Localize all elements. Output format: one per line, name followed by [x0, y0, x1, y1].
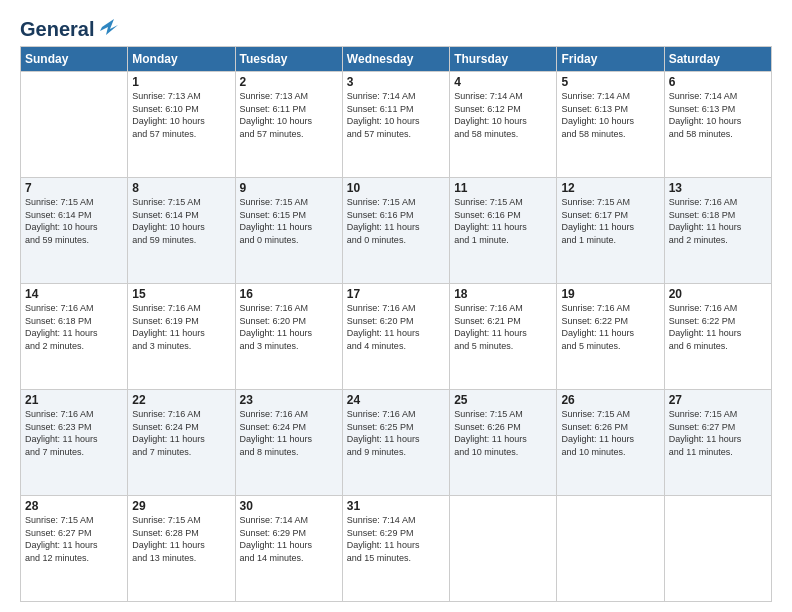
calendar-cell: 2Sunrise: 7:13 AM Sunset: 6:11 PM Daylig…	[235, 72, 342, 178]
calendar-cell: 25Sunrise: 7:15 AM Sunset: 6:26 PM Dayli…	[450, 390, 557, 496]
day-info: Sunrise: 7:15 AM Sunset: 6:27 PM Dayligh…	[669, 408, 767, 458]
calendar-cell: 6Sunrise: 7:14 AM Sunset: 6:13 PM Daylig…	[664, 72, 771, 178]
day-info: Sunrise: 7:16 AM Sunset: 6:18 PM Dayligh…	[25, 302, 123, 352]
day-info: Sunrise: 7:15 AM Sunset: 6:16 PM Dayligh…	[454, 196, 552, 246]
day-info: Sunrise: 7:16 AM Sunset: 6:24 PM Dayligh…	[132, 408, 230, 458]
calendar-cell: 12Sunrise: 7:15 AM Sunset: 6:17 PM Dayli…	[557, 178, 664, 284]
day-info: Sunrise: 7:15 AM Sunset: 6:26 PM Dayligh…	[454, 408, 552, 458]
day-number: 2	[240, 75, 338, 89]
day-number: 12	[561, 181, 659, 195]
day-number: 10	[347, 181, 445, 195]
day-number: 3	[347, 75, 445, 89]
day-number: 1	[132, 75, 230, 89]
day-number: 27	[669, 393, 767, 407]
day-number: 9	[240, 181, 338, 195]
calendar-cell: 15Sunrise: 7:16 AM Sunset: 6:19 PM Dayli…	[128, 284, 235, 390]
day-number: 20	[669, 287, 767, 301]
day-info: Sunrise: 7:16 AM Sunset: 6:22 PM Dayligh…	[561, 302, 659, 352]
calendar-cell: 23Sunrise: 7:16 AM Sunset: 6:24 PM Dayli…	[235, 390, 342, 496]
day-number: 17	[347, 287, 445, 301]
calendar-cell: 22Sunrise: 7:16 AM Sunset: 6:24 PM Dayli…	[128, 390, 235, 496]
day-info: Sunrise: 7:15 AM Sunset: 6:17 PM Dayligh…	[561, 196, 659, 246]
day-info: Sunrise: 7:16 AM Sunset: 6:19 PM Dayligh…	[132, 302, 230, 352]
day-info: Sunrise: 7:15 AM Sunset: 6:16 PM Dayligh…	[347, 196, 445, 246]
day-info: Sunrise: 7:14 AM Sunset: 6:11 PM Dayligh…	[347, 90, 445, 140]
weekday-thursday: Thursday	[450, 47, 557, 72]
weekday-friday: Friday	[557, 47, 664, 72]
day-info: Sunrise: 7:15 AM Sunset: 6:14 PM Dayligh…	[25, 196, 123, 246]
day-number: 11	[454, 181, 552, 195]
calendar-cell: 19Sunrise: 7:16 AM Sunset: 6:22 PM Dayli…	[557, 284, 664, 390]
day-number: 28	[25, 499, 123, 513]
calendar-cell	[557, 496, 664, 602]
calendar-table: SundayMondayTuesdayWednesdayThursdayFrid…	[20, 46, 772, 602]
day-number: 24	[347, 393, 445, 407]
day-number: 21	[25, 393, 123, 407]
day-info: Sunrise: 7:16 AM Sunset: 6:18 PM Dayligh…	[669, 196, 767, 246]
calendar-cell: 3Sunrise: 7:14 AM Sunset: 6:11 PM Daylig…	[342, 72, 449, 178]
day-info: Sunrise: 7:16 AM Sunset: 6:20 PM Dayligh…	[240, 302, 338, 352]
day-info: Sunrise: 7:16 AM Sunset: 6:21 PM Dayligh…	[454, 302, 552, 352]
day-number: 29	[132, 499, 230, 513]
day-number: 26	[561, 393, 659, 407]
calendar-cell: 18Sunrise: 7:16 AM Sunset: 6:21 PM Dayli…	[450, 284, 557, 390]
day-number: 15	[132, 287, 230, 301]
calendar-cell: 14Sunrise: 7:16 AM Sunset: 6:18 PM Dayli…	[21, 284, 128, 390]
day-info: Sunrise: 7:15 AM Sunset: 6:15 PM Dayligh…	[240, 196, 338, 246]
calendar-cell: 28Sunrise: 7:15 AM Sunset: 6:27 PM Dayli…	[21, 496, 128, 602]
day-number: 18	[454, 287, 552, 301]
calendar-body: 1Sunrise: 7:13 AM Sunset: 6:10 PM Daylig…	[21, 72, 772, 602]
calendar-cell: 5Sunrise: 7:14 AM Sunset: 6:13 PM Daylig…	[557, 72, 664, 178]
calendar-cell	[21, 72, 128, 178]
calendar-cell: 27Sunrise: 7:15 AM Sunset: 6:27 PM Dayli…	[664, 390, 771, 496]
day-number: 16	[240, 287, 338, 301]
day-number: 30	[240, 499, 338, 513]
day-info: Sunrise: 7:14 AM Sunset: 6:29 PM Dayligh…	[347, 514, 445, 564]
calendar-cell: 17Sunrise: 7:16 AM Sunset: 6:20 PM Dayli…	[342, 284, 449, 390]
day-info: Sunrise: 7:13 AM Sunset: 6:11 PM Dayligh…	[240, 90, 338, 140]
day-number: 19	[561, 287, 659, 301]
day-info: Sunrise: 7:16 AM Sunset: 6:24 PM Dayligh…	[240, 408, 338, 458]
day-info: Sunrise: 7:15 AM Sunset: 6:26 PM Dayligh…	[561, 408, 659, 458]
calendar-week-5: 28Sunrise: 7:15 AM Sunset: 6:27 PM Dayli…	[21, 496, 772, 602]
day-number: 14	[25, 287, 123, 301]
day-info: Sunrise: 7:15 AM Sunset: 6:27 PM Dayligh…	[25, 514, 123, 564]
svg-marker-0	[100, 19, 118, 35]
day-number: 5	[561, 75, 659, 89]
calendar-week-2: 7Sunrise: 7:15 AM Sunset: 6:14 PM Daylig…	[21, 178, 772, 284]
calendar-cell: 1Sunrise: 7:13 AM Sunset: 6:10 PM Daylig…	[128, 72, 235, 178]
calendar-cell: 30Sunrise: 7:14 AM Sunset: 6:29 PM Dayli…	[235, 496, 342, 602]
weekday-monday: Monday	[128, 47, 235, 72]
day-info: Sunrise: 7:16 AM Sunset: 6:25 PM Dayligh…	[347, 408, 445, 458]
day-info: Sunrise: 7:15 AM Sunset: 6:14 PM Dayligh…	[132, 196, 230, 246]
day-info: Sunrise: 7:14 AM Sunset: 6:13 PM Dayligh…	[561, 90, 659, 140]
day-number: 13	[669, 181, 767, 195]
day-number: 6	[669, 75, 767, 89]
day-number: 23	[240, 393, 338, 407]
calendar-cell: 26Sunrise: 7:15 AM Sunset: 6:26 PM Dayli…	[557, 390, 664, 496]
calendar-cell: 21Sunrise: 7:16 AM Sunset: 6:23 PM Dayli…	[21, 390, 128, 496]
day-number: 25	[454, 393, 552, 407]
logo-general: General	[20, 18, 94, 40]
logo: General	[20, 18, 118, 36]
calendar-cell: 29Sunrise: 7:15 AM Sunset: 6:28 PM Dayli…	[128, 496, 235, 602]
day-number: 22	[132, 393, 230, 407]
calendar-week-3: 14Sunrise: 7:16 AM Sunset: 6:18 PM Dayli…	[21, 284, 772, 390]
day-info: Sunrise: 7:14 AM Sunset: 6:29 PM Dayligh…	[240, 514, 338, 564]
calendar-cell: 13Sunrise: 7:16 AM Sunset: 6:18 PM Dayli…	[664, 178, 771, 284]
day-info: Sunrise: 7:15 AM Sunset: 6:28 PM Dayligh…	[132, 514, 230, 564]
weekday-sunday: Sunday	[21, 47, 128, 72]
calendar-cell: 31Sunrise: 7:14 AM Sunset: 6:29 PM Dayli…	[342, 496, 449, 602]
day-number: 31	[347, 499, 445, 513]
weekday-saturday: Saturday	[664, 47, 771, 72]
page-header: General	[20, 18, 772, 36]
calendar-cell: 16Sunrise: 7:16 AM Sunset: 6:20 PM Dayli…	[235, 284, 342, 390]
day-number: 4	[454, 75, 552, 89]
day-number: 7	[25, 181, 123, 195]
calendar-week-4: 21Sunrise: 7:16 AM Sunset: 6:23 PM Dayli…	[21, 390, 772, 496]
weekday-header-row: SundayMondayTuesdayWednesdayThursdayFrid…	[21, 47, 772, 72]
calendar-cell	[450, 496, 557, 602]
day-info: Sunrise: 7:13 AM Sunset: 6:10 PM Dayligh…	[132, 90, 230, 140]
day-info: Sunrise: 7:14 AM Sunset: 6:12 PM Dayligh…	[454, 90, 552, 140]
day-info: Sunrise: 7:16 AM Sunset: 6:22 PM Dayligh…	[669, 302, 767, 352]
